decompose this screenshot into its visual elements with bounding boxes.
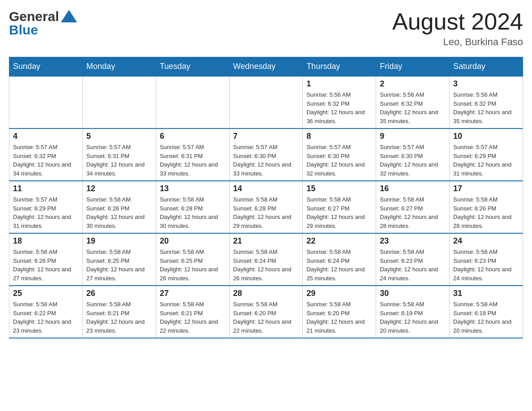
day-info: Sunrise: 5:57 AMSunset: 6:29 PMDaylight:… [453, 143, 519, 178]
day-info: Sunrise: 5:58 AMSunset: 6:23 PMDaylight:… [380, 248, 446, 283]
day-cell: 23Sunrise: 5:58 AMSunset: 6:23 PMDayligh… [376, 233, 450, 286]
day-number: 4 [13, 132, 79, 141]
day-info: Sunrise: 5:58 AMSunset: 6:19 PMDaylight:… [380, 300, 446, 335]
day-info: Sunrise: 5:58 AMSunset: 6:20 PMDaylight:… [306, 300, 372, 335]
weekday-header-row: SundayMondayTuesdayWednesdayThursdayFrid… [9, 57, 523, 77]
calendar: SundayMondayTuesdayWednesdayThursdayFrid… [9, 57, 523, 338]
weekday-header-saturday: Saturday [450, 57, 523, 77]
day-number: 23 [380, 236, 446, 246]
day-number: 10 [453, 132, 519, 141]
day-number: 22 [306, 236, 372, 246]
day-info: Sunrise: 5:58 AMSunset: 6:28 PMDaylight:… [86, 195, 152, 230]
logo-blue-text: Blue [9, 22, 38, 38]
day-cell: 26Sunrise: 5:58 AMSunset: 6:21 PMDayligh… [82, 286, 156, 338]
day-cell: 21Sunrise: 5:58 AMSunset: 6:24 PMDayligh… [229, 233, 303, 286]
logo-flag-icon [61, 10, 77, 23]
header: General Blue August 2024 Leo, Burkina Fa… [9, 9, 523, 48]
day-cell: 4Sunrise: 5:57 AMSunset: 6:32 PMDaylight… [9, 128, 83, 181]
day-number: 16 [380, 184, 446, 193]
day-cell: 22Sunrise: 5:58 AMSunset: 6:24 PMDayligh… [303, 233, 376, 286]
day-cell: 31Sunrise: 5:58 AMSunset: 6:18 PMDayligh… [450, 286, 523, 338]
day-number: 30 [380, 289, 446, 298]
day-info: Sunrise: 5:58 AMSunset: 6:28 PMDaylight:… [160, 195, 226, 230]
weekday-header-tuesday: Tuesday [156, 57, 229, 77]
day-number: 2 [380, 79, 446, 89]
day-number: 19 [86, 236, 152, 246]
day-info: Sunrise: 5:58 AMSunset: 6:25 PMDaylight:… [86, 248, 152, 283]
weekday-header-sunday: Sunday [9, 57, 83, 77]
day-info: Sunrise: 5:58 AMSunset: 6:24 PMDaylight:… [306, 248, 372, 283]
day-info: Sunrise: 5:58 AMSunset: 6:27 PMDaylight:… [380, 195, 446, 230]
day-cell: 9Sunrise: 5:57 AMSunset: 6:30 PMDaylight… [376, 128, 450, 181]
week-row-3: 11Sunrise: 5:57 AMSunset: 6:29 PMDayligh… [9, 181, 523, 233]
svg-marker-0 [61, 10, 77, 22]
day-number: 13 [160, 184, 226, 193]
month-title: August 2024 [392, 9, 523, 34]
day-number: 26 [86, 289, 152, 298]
day-info: Sunrise: 5:58 AMSunset: 6:21 PMDaylight:… [160, 300, 226, 335]
day-info: Sunrise: 5:57 AMSunset: 6:29 PMDaylight:… [13, 195, 79, 230]
day-cell: 19Sunrise: 5:58 AMSunset: 6:25 PMDayligh… [82, 233, 156, 286]
day-info: Sunrise: 5:58 AMSunset: 6:27 PMDaylight:… [306, 195, 372, 230]
day-cell: 16Sunrise: 5:58 AMSunset: 6:27 PMDayligh… [376, 181, 450, 233]
day-info: Sunrise: 5:58 AMSunset: 6:20 PMDaylight:… [233, 300, 299, 335]
day-info: Sunrise: 5:56 AMSunset: 6:32 PMDaylight:… [306, 90, 372, 125]
day-info: Sunrise: 5:58 AMSunset: 6:18 PMDaylight:… [453, 300, 519, 335]
day-info: Sunrise: 5:58 AMSunset: 6:26 PMDaylight:… [13, 248, 79, 283]
day-number: 14 [233, 184, 299, 193]
day-cell: 18Sunrise: 5:58 AMSunset: 6:26 PMDayligh… [9, 233, 83, 286]
day-info: Sunrise: 5:57 AMSunset: 6:31 PMDaylight:… [160, 143, 226, 178]
day-info: Sunrise: 5:58 AMSunset: 6:26 PMDaylight:… [453, 195, 519, 230]
day-number: 15 [306, 184, 372, 193]
day-info: Sunrise: 5:56 AMSunset: 6:32 PMDaylight:… [380, 90, 446, 125]
day-number: 24 [453, 236, 519, 246]
day-cell: 6Sunrise: 5:57 AMSunset: 6:31 PMDaylight… [156, 128, 229, 181]
day-number: 18 [13, 236, 79, 246]
day-cell: 7Sunrise: 5:57 AMSunset: 6:30 PMDaylight… [229, 128, 303, 181]
title-area: August 2024 Leo, Burkina Faso [392, 9, 523, 48]
week-row-4: 18Sunrise: 5:58 AMSunset: 6:26 PMDayligh… [9, 233, 523, 286]
day-cell: 15Sunrise: 5:58 AMSunset: 6:27 PMDayligh… [303, 181, 376, 233]
day-cell: 11Sunrise: 5:57 AMSunset: 6:29 PMDayligh… [9, 181, 83, 233]
day-cell [9, 76, 83, 128]
logo-general-text: General [9, 9, 59, 24]
day-info: Sunrise: 5:57 AMSunset: 6:31 PMDaylight:… [86, 143, 152, 178]
day-number: 17 [453, 184, 519, 193]
day-number: 29 [306, 289, 372, 298]
day-cell: 27Sunrise: 5:58 AMSunset: 6:21 PMDayligh… [156, 286, 229, 338]
day-number: 12 [86, 184, 152, 193]
weekday-header-wednesday: Wednesday [229, 57, 303, 77]
day-number: 7 [233, 132, 299, 141]
day-number: 6 [160, 132, 226, 141]
day-cell: 24Sunrise: 5:58 AMSunset: 6:23 PMDayligh… [450, 233, 523, 286]
day-number: 28 [233, 289, 299, 298]
day-cell: 28Sunrise: 5:58 AMSunset: 6:20 PMDayligh… [229, 286, 303, 338]
day-number: 9 [380, 132, 446, 141]
logo: General Blue [9, 9, 77, 38]
day-cell: 8Sunrise: 5:57 AMSunset: 6:30 PMDaylight… [303, 128, 376, 181]
day-number: 8 [306, 132, 372, 141]
day-number: 21 [233, 236, 299, 246]
weekday-header-thursday: Thursday [303, 57, 376, 77]
weekday-header-friday: Friday [376, 57, 450, 77]
day-number: 3 [453, 79, 519, 89]
day-info: Sunrise: 5:58 AMSunset: 6:21 PMDaylight:… [86, 300, 152, 335]
day-cell: 12Sunrise: 5:58 AMSunset: 6:28 PMDayligh… [82, 181, 156, 233]
day-info: Sunrise: 5:58 AMSunset: 6:24 PMDaylight:… [233, 248, 299, 283]
day-info: Sunrise: 5:57 AMSunset: 6:30 PMDaylight:… [233, 143, 299, 178]
day-info: Sunrise: 5:56 AMSunset: 6:32 PMDaylight:… [453, 90, 519, 125]
day-cell: 29Sunrise: 5:58 AMSunset: 6:20 PMDayligh… [303, 286, 376, 338]
day-number: 27 [160, 289, 226, 298]
day-info: Sunrise: 5:58 AMSunset: 6:25 PMDaylight:… [160, 248, 226, 283]
day-info: Sunrise: 5:58 AMSunset: 6:28 PMDaylight:… [233, 195, 299, 230]
day-number: 11 [13, 184, 79, 193]
day-cell: 25Sunrise: 5:58 AMSunset: 6:22 PMDayligh… [9, 286, 83, 338]
week-row-2: 4Sunrise: 5:57 AMSunset: 6:32 PMDaylight… [9, 128, 523, 181]
day-cell [229, 76, 303, 128]
day-cell: 10Sunrise: 5:57 AMSunset: 6:29 PMDayligh… [450, 128, 523, 181]
day-cell [82, 76, 156, 128]
day-cell: 3Sunrise: 5:56 AMSunset: 6:32 PMDaylight… [450, 76, 523, 128]
day-cell: 30Sunrise: 5:58 AMSunset: 6:19 PMDayligh… [376, 286, 450, 338]
day-cell: 20Sunrise: 5:58 AMSunset: 6:25 PMDayligh… [156, 233, 229, 286]
day-number: 20 [160, 236, 226, 246]
